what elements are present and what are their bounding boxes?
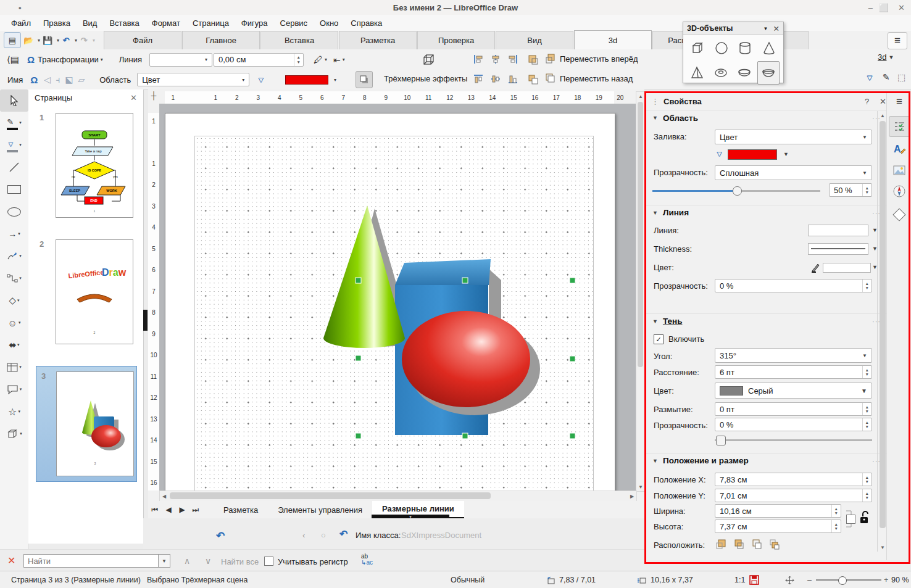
edit-points-icon[interactable]: ✎ — [883, 72, 890, 82]
shadow-collapse-icon[interactable]: ▼ — [652, 318, 658, 325]
arrow-style-icon[interactable]: ⇤ — [333, 55, 341, 65]
status-cursor-position[interactable]: 7,83 / 7,01 — [559, 576, 596, 584]
page-1-thumbnail[interactable]: START Take a nap IS COFE no yes SLEEP WO… — [56, 113, 133, 218]
fill-color-swatch[interactable] — [285, 75, 328, 85]
possize-section-title[interactable]: Положение и размер — [663, 456, 749, 465]
area-section-title[interactable]: Область — [663, 114, 698, 123]
scroll-right-icon[interactable]: ▶ — [628, 491, 636, 501]
line-transparency-spinner[interactable]: 0 %▲▼ — [715, 279, 872, 292]
notebookbar-tab[interactable]: Главное — [182, 31, 260, 49]
shadow-enable-label[interactable]: Включить — [668, 334, 704, 344]
close-find-icon[interactable]: ✕ — [7, 555, 15, 566]
line-color-dropdown[interactable]: ▾ — [325, 57, 327, 62]
sidebar-scrollbar[interactable]: ▲ ▼ — [878, 111, 887, 552]
arrange-back-icon[interactable] — [768, 538, 781, 550]
position-size-icon[interactable]: ▱ — [78, 75, 85, 85]
status-scale[interactable]: 1:1 — [734, 576, 745, 584]
transparency-percent-spinner[interactable]: 50 %▲▼ — [829, 183, 872, 197]
shadow-enable-checkbox[interactable]: ✓ — [654, 334, 663, 344]
lines-arrows-tool[interactable]: →▾ — [0, 223, 28, 245]
3d-scene[interactable] — [159, 104, 636, 491]
3d-sphere-button[interactable] — [711, 37, 733, 59]
line-color-swatch[interactable] — [823, 263, 871, 273]
status-object-size[interactable]: 10,16 x 7,37 — [651, 576, 693, 584]
drawing-viewport[interactable] — [159, 104, 636, 491]
flip-vertical-icon[interactable]: ⫞ — [56, 75, 60, 85]
position-y-spinner[interactable]: 7,01 см▲▼ — [715, 489, 872, 502]
transparency-slider-track[interactable] — [652, 190, 820, 192]
3d-pyramid-button[interactable] — [687, 62, 708, 84]
new-document-icon[interactable]: ▤ — [4, 32, 21, 48]
menu-item[interactable]: Вид — [77, 15, 104, 31]
align-middle-icon[interactable] — [490, 73, 501, 85]
horizontal-scrollbar[interactable]: ◀ ▶ — [159, 491, 637, 502]
fit-page-icon[interactable] — [785, 576, 794, 585]
fill-color-tool[interactable]: 🜄▾ — [0, 134, 28, 156]
minimize-button[interactable]: – — [868, 3, 873, 12]
fill-type-select[interactable]: Цвет▼ — [715, 130, 872, 144]
shadow-toggle-button[interactable] — [356, 71, 373, 88]
vertical-scroll-thumb[interactable] — [638, 102, 643, 367]
arrow-style-dropdown[interactable]: ▾ — [343, 57, 345, 62]
align-top-icon[interactable] — [473, 73, 484, 85]
panel-splitter-handle[interactable] — [143, 310, 148, 331]
zoom-slider-track[interactable] — [816, 579, 881, 581]
find-all-button[interactable]: Найти все — [221, 557, 259, 566]
layer-tab[interactable]: Элементы управления — [268, 502, 372, 518]
transformations-label[interactable]: Трансформации — [38, 55, 99, 64]
vertical-scrollbar[interactable]: ▲ ▼ — [636, 91, 646, 492]
search-input[interactable] — [23, 554, 158, 568]
menu-item[interactable]: Правка — [37, 15, 77, 31]
select-tool[interactable] — [0, 89, 28, 112]
keep-ratio-checkbox[interactable] — [846, 515, 855, 524]
width-spinner[interactable]: 10,16 см▲▼ — [715, 504, 841, 518]
stars-banners-tool[interactable]: ☆▾ — [0, 400, 28, 423]
search-history-dropdown[interactable]: ▼ — [158, 554, 170, 568]
horizontal-scroll-thumb[interactable] — [170, 492, 491, 499]
fill-color-picker-dropdown[interactable]: ▼ — [783, 151, 789, 157]
connector-tool[interactable]: ▾ — [0, 267, 28, 289]
match-case-checkbox[interactable] — [264, 557, 273, 566]
status-style-name[interactable]: Обычный — [451, 576, 485, 584]
sidebar-settings-hamburger-icon[interactable]: ≡ — [887, 93, 911, 111]
arrange-forward-icon[interactable] — [733, 538, 745, 550]
align-center-icon[interactable] — [490, 54, 501, 65]
zoom-in-icon[interactable]: + — [884, 576, 888, 584]
notebookbar-tab[interactable]: Вид — [496, 31, 573, 49]
transformations-dropdown[interactable]: ▾ — [101, 57, 103, 62]
3d-half-sphere-button[interactable] — [757, 61, 780, 85]
bring-forward-button[interactable]: Переместить вперёд — [544, 52, 638, 65]
line-collapse-icon[interactable]: ▼ — [652, 210, 658, 216]
page-3-selected-highlight[interactable]: 3 3 — [36, 366, 137, 482]
match-case-label[interactable]: Учитывать регистр — [278, 557, 348, 566]
fill-type-combo[interactable]: Цвет▾ — [137, 73, 249, 86]
shadow-section-title[interactable]: Тень — [663, 317, 683, 326]
pages-panel-close-icon[interactable]: ✕ — [130, 93, 137, 102]
3d-cone-button[interactable] — [759, 37, 780, 59]
line-section-title[interactable]: Линия — [663, 208, 689, 217]
menu-item[interactable]: Формат — [146, 15, 186, 31]
shadow-angle-select[interactable]: 315°▼ — [715, 348, 872, 363]
scroll-down-icon[interactable]: ▼ — [636, 482, 645, 491]
palette-close-icon[interactable]: ✕ — [773, 24, 780, 33]
previous-page-icon[interactable]: ◀ — [162, 505, 175, 514]
redo-dropdown[interactable]: ▾ — [93, 38, 95, 43]
line-color-tool[interactable]: ✎▾ — [0, 112, 28, 134]
unsaved-changes-icon[interactable] — [749, 575, 759, 585]
layer-tab[interactable]: Разметка — [214, 502, 268, 518]
callout-shapes-tool[interactable]: ▾ — [0, 378, 28, 400]
notebookbar-tab[interactable]: Файл — [104, 31, 181, 49]
3d-torus-button[interactable] — [710, 62, 731, 84]
flip-horizontal-icon[interactable]: ◁ — [44, 75, 51, 85]
shadow-transparency-spinner[interactable]: 0 %▲▼ — [715, 418, 872, 431]
position-x-spinner[interactable]: 7,83 см▲▼ — [715, 473, 872, 486]
transformations-icon[interactable]: Ω — [27, 54, 35, 65]
scroll-left-icon[interactable]: ◀ — [160, 491, 168, 501]
menubar-hamburger-icon[interactable]: ≡ — [888, 32, 907, 49]
menu-item[interactable]: Файл — [5, 15, 37, 31]
maximize-button[interactable]: ⬜ — [879, 3, 889, 12]
notebookbar-tab[interactable]: Проверка — [417, 31, 495, 49]
menu-item[interactable]: Фигура — [235, 15, 274, 31]
panel-help-icon[interactable]: ? — [865, 97, 869, 106]
line-thickness-preview[interactable] — [808, 243, 868, 255]
